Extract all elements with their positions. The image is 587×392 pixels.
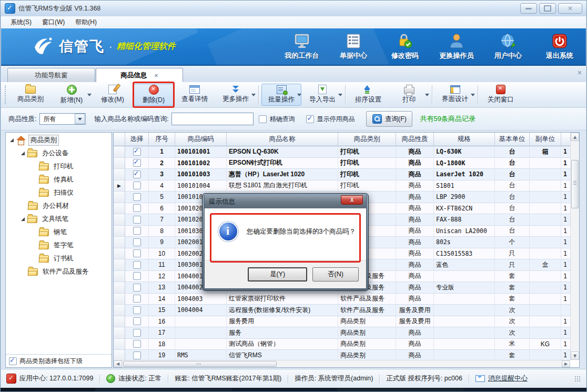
- checkbox-icon[interactable]: [133, 182, 141, 189]
- toolbar-delete-button[interactable]: 删除(D): [134, 84, 174, 106]
- tree-item[interactable]: 扫描仪: [7, 186, 110, 199]
- message-center-link[interactable]: 消息提醒中心: [475, 374, 528, 383]
- tab-product-info[interactable]: 商品信息 ×: [96, 68, 183, 82]
- checkbox-icon[interactable]: [133, 227, 141, 235]
- scroll-down-icon[interactable]: ▼: [571, 351, 579, 360]
- tree-item[interactable]: 打印机: [7, 160, 110, 173]
- exact-query-checkbox[interactable]: 精确查询: [259, 115, 295, 124]
- checkbox-icon[interactable]: [133, 306, 141, 314]
- table-row[interactable]: 151004004远程服务(数据修复/软件安装)软件产品及服务服务及费用次: [114, 305, 570, 316]
- grid-column-header[interactable]: 商品编码: [175, 133, 227, 146]
- checkbox-icon[interactable]: [133, 329, 141, 337]
- table-row[interactable]: ▶4100101004联想 S1801 黑白激光打印机打印机商品S1801台1: [114, 180, 570, 192]
- grid-column-header[interactable]: 规格: [434, 133, 495, 146]
- checkbox-icon[interactable]: [133, 284, 141, 292]
- tree-item[interactable]: 传真机: [7, 173, 110, 186]
- tree-item[interactable]: 文具纸笔: [7, 213, 110, 226]
- checkbox-icon[interactable]: [133, 295, 141, 303]
- table-row[interactable]: 2100101002EPSON针式打印机打印机商品LQ-1800K台1: [114, 158, 570, 169]
- checkbox-icon[interactable]: [133, 317, 141, 325]
- grid-column-header[interactable]: [561, 133, 570, 146]
- toolbar-ui-design-button[interactable]: 界面设计: [435, 84, 475, 106]
- tab-close-icon[interactable]: ×: [154, 72, 158, 79]
- toolbar-close-window-button[interactable]: 关闭窗口: [481, 84, 521, 106]
- toolbar-edit-button[interactable]: 修改(M): [93, 84, 133, 106]
- tree-item[interactable]: 签字笔: [7, 239, 110, 252]
- maximize-button[interactable]: [539, 3, 556, 14]
- nav-user-center[interactable]: 用户中心: [489, 33, 527, 61]
- toolbar-batch-actions-button[interactable]: 批量操作: [261, 84, 301, 106]
- checkbox-icon[interactable]: [133, 238, 141, 246]
- scroll-right-icon[interactable]: ▶: [562, 360, 570, 367]
- checkbox-icon[interactable]: [133, 216, 141, 224]
- grid-column-header[interactable]: 商品名称: [227, 133, 338, 146]
- nav-document-center[interactable]: 单据中心: [335, 33, 372, 61]
- tree-item[interactable]: 办公设备: [7, 147, 110, 160]
- nav-change-password[interactable]: 修改密码: [386, 33, 424, 61]
- table-row[interactable]: 18测试商品（钢管）商品类别商品米KG1: [114, 339, 570, 350]
- select-arrow-icon[interactable]: [75, 114, 85, 124]
- close-button[interactable]: ✕: [558, 3, 582, 14]
- show-disabled-checkbox[interactable]: 显示停用商品: [306, 115, 355, 124]
- checkbox-checked-icon[interactable]: [133, 148, 141, 156]
- nav-exit-system[interactable]: 退出系统: [541, 33, 579, 61]
- menu-system[interactable]: 系统(S): [6, 17, 38, 28]
- dropdown-arrow-icon[interactable]: [425, 94, 429, 96]
- table-row[interactable]: 1100101001EPSON LQ-630K打印机商品LQ-630K台箱1: [114, 146, 570, 158]
- nav-switch-operator[interactable]: 更换操作员: [438, 33, 475, 61]
- toolbar-sort-settings-button[interactable]: 排序设置: [348, 84, 388, 106]
- toolbar-print-button[interactable]: 打印: [389, 84, 429, 106]
- checkbox-icon[interactable]: [133, 193, 141, 201]
- tree-expand-icon[interactable]: [21, 217, 25, 221]
- horizontal-scroll-thumb[interactable]: [123, 361, 277, 367]
- search-input[interactable]: [171, 113, 254, 125]
- toolbar-more-actions-button[interactable]: 更多操作: [216, 84, 256, 106]
- grid-column-header[interactable]: 基本单位: [495, 133, 530, 146]
- checkbox-icon[interactable]: [133, 204, 141, 212]
- vertical-scroll-thumb[interactable]: [571, 160, 579, 208]
- no-button[interactable]: 否(N): [312, 267, 359, 282]
- toolbar-add-button[interactable]: 新增(N): [52, 84, 92, 106]
- grid-column-header[interactable]: [114, 133, 125, 146]
- toolbar-import-export-button[interactable]: 导入导出: [302, 84, 342, 106]
- tab-function-nav[interactable]: 功能导航窗: [7, 68, 95, 82]
- checkbox-checked-icon[interactable]: [133, 159, 141, 167]
- dropdown-arrow-icon[interactable]: [297, 94, 301, 96]
- tree-item[interactable]: 钢笔: [7, 226, 110, 239]
- tabstrip-close-icon[interactable]: ×: [578, 68, 582, 77]
- checkbox-icon[interactable]: [133, 340, 141, 348]
- dropdown-arrow-icon[interactable]: [87, 94, 92, 96]
- grid-column-header[interactable]: 序号: [149, 133, 175, 146]
- nature-select[interactable]: 所有: [39, 113, 86, 125]
- menu-help[interactable]: 帮助(H): [71, 17, 103, 28]
- table-row[interactable]: 3100101003惠普（HP）LaserJet 1020打印机商品LaserJ…: [114, 169, 570, 180]
- tree-expand-icon[interactable]: [10, 138, 14, 142]
- minimize-button[interactable]: [520, 3, 537, 14]
- scroll-up-icon[interactable]: ▲: [571, 133, 579, 141]
- grid-column-header[interactable]: 商品性质: [396, 133, 434, 146]
- grid-column-header[interactable]: 商品类别: [338, 133, 396, 146]
- include-sub-checkbox[interactable]: [9, 357, 17, 365]
- horizontal-scrollbar[interactable]: ◀ ▶: [114, 360, 570, 367]
- checkbox-icon[interactable]: [133, 351, 141, 359]
- checkbox-icon[interactable]: [259, 115, 267, 123]
- checkbox-icon[interactable]: [133, 249, 141, 257]
- toolbar-product-category-button[interactable]: 商品类别: [11, 84, 50, 106]
- nav-my-workbench[interactable]: 我的工作台: [283, 33, 321, 61]
- table-row[interactable]: 16服务费用商品类别服务及费用次1: [114, 316, 570, 328]
- resize-grip[interactable]: [574, 376, 581, 382]
- checkbox-checked-icon[interactable]: [133, 170, 141, 178]
- tree-item[interactable]: 商品类别: [7, 134, 110, 147]
- grid-column-header[interactable]: 副单位: [530, 133, 561, 146]
- checkbox-icon[interactable]: [133, 261, 141, 269]
- toolbar-view-detail-button[interactable]: 查看详情: [175, 84, 215, 106]
- dropdown-arrow-icon[interactable]: [338, 94, 342, 96]
- dropdown-arrow-icon[interactable]: [471, 94, 475, 96]
- yes-button[interactable]: 是(Y): [248, 267, 307, 282]
- vertical-scrollbar[interactable]: ▲ ▼: [570, 133, 579, 360]
- grid-column-header[interactable]: 选择: [125, 133, 149, 146]
- table-row[interactable]: 17服务商品类别商品次1: [114, 327, 570, 339]
- tree-item[interactable]: 办公耗材: [7, 199, 110, 213]
- dialog-close-button[interactable]: X: [341, 195, 363, 205]
- tree-item[interactable]: 软件产品及服务: [7, 265, 110, 278]
